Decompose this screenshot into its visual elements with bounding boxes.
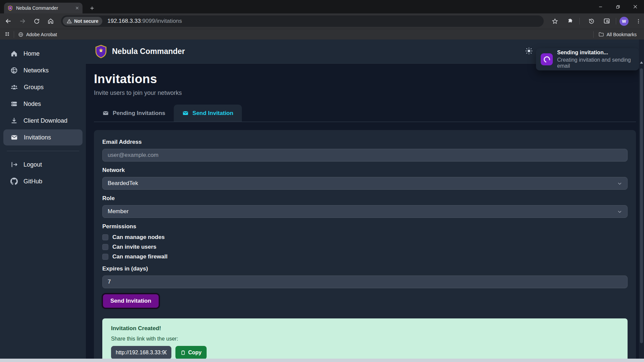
minimize-button[interactable] (592, 0, 609, 13)
checkbox-label: Can manage nodes (112, 234, 165, 241)
scroll-up-arrow-icon[interactable] (640, 61, 643, 65)
email-input[interactable] (102, 149, 628, 162)
sidebar-item-groups[interactable]: Groups (3, 79, 83, 95)
security-label: Not secure (74, 18, 98, 24)
can-invite-users-checkbox[interactable] (102, 244, 108, 250)
bookmark-adobe-acrobat[interactable]: Adobe Acrobat (18, 32, 57, 37)
toolbar-separator (579, 18, 580, 24)
browser-toolbar: Not secure 192.168.3.33:9099/invitations (0, 13, 644, 29)
taskbar-edge (0, 359, 644, 362)
tab-label: Send Invitation (193, 110, 233, 117)
puzzle-icon (567, 18, 574, 24)
sidebar-item-label: Nodes (23, 101, 41, 108)
side-panel-search-icon (603, 18, 610, 24)
reload-button[interactable] (31, 15, 42, 27)
tab-pending-invitations[interactable]: Pending Invitations (94, 105, 174, 122)
tab-close-icon[interactable] (75, 6, 79, 10)
role-selected-value: Member (108, 208, 128, 215)
web-page: Home Networks Groups Nodes Clien (0, 40, 644, 359)
back-icon (5, 18, 12, 24)
can-manage-nodes-checkbox[interactable] (102, 234, 108, 240)
users-icon (10, 83, 18, 91)
url-host: 192.168.3.33 (107, 18, 141, 24)
theme-toggle-button[interactable] (525, 47, 533, 56)
invitation-link-input[interactable] (111, 346, 171, 359)
scrollbar-thumb[interactable] (640, 68, 643, 343)
clipboard-icon (180, 350, 185, 355)
network-group: Network BeardedTek (102, 167, 628, 190)
star-icon (552, 18, 558, 24)
reload-icon (34, 18, 40, 24)
forward-icon (19, 18, 26, 24)
envelope-icon (10, 134, 18, 141)
sidebar-item-label: Networks (23, 67, 49, 74)
network-selected-value: BeardedTek (108, 180, 138, 187)
bookmarks-separator (593, 31, 594, 38)
home-icon (10, 50, 18, 57)
warning-icon (67, 19, 72, 24)
toast-notification[interactable]: Sending invitation... Creating invitatio… (536, 48, 639, 70)
sidebar-item-networks[interactable]: Networks (3, 62, 83, 78)
bookmark-star-button[interactable] (549, 15, 560, 27)
role-select[interactable]: Member (102, 205, 628, 218)
forward-button[interactable] (17, 15, 28, 27)
profile-avatar[interactable]: W (620, 17, 629, 26)
share-link-row: Copy (111, 346, 619, 359)
tab-send-invitation[interactable]: Send Invitation (174, 105, 242, 122)
copy-link-button[interactable]: Copy (175, 346, 207, 359)
checkbox-label: Can manage firewall (112, 253, 167, 260)
toolbar-right: W (546, 15, 644, 27)
all-bookmarks-label: All Bookmarks (607, 32, 637, 37)
github-icon (10, 178, 18, 185)
address-bar[interactable]: Not secure 192.168.3.33:9099/invitations (61, 15, 544, 27)
history-button[interactable] (586, 15, 597, 27)
expires-group: Expires in (days) (102, 265, 628, 288)
kebab-menu-icon (636, 18, 641, 24)
all-bookmarks[interactable]: All Bookmarks (591, 31, 637, 38)
permission-row: Can invite users (102, 243, 628, 251)
back-button[interactable] (3, 15, 14, 27)
minimize-icon (598, 5, 603, 9)
home-button[interactable] (45, 15, 56, 27)
sidebar-item-label: GitHub (23, 178, 42, 185)
chevron-down-icon (617, 181, 622, 186)
apps-grid-button[interactable] (5, 32, 10, 38)
brand-shield-icon (95, 45, 107, 59)
sidebar-item-invitations[interactable]: Invitations (3, 129, 83, 145)
sidebar-item-home[interactable]: Home (3, 46, 83, 62)
toast-title: Sending invitation... (557, 50, 634, 56)
sidebar-item-label: Home (23, 50, 40, 57)
network-select[interactable]: BeardedTek (102, 177, 628, 190)
sidebar-item-client-download[interactable]: Client Download (3, 113, 83, 129)
page-scrollbar[interactable] (639, 40, 644, 359)
security-chip[interactable]: Not secure (63, 17, 102, 25)
close-button[interactable] (627, 0, 644, 13)
download-icon (10, 117, 18, 124)
plus-icon (90, 6, 95, 11)
role-label: Role (102, 195, 628, 202)
favicon-shield-icon (7, 5, 13, 11)
new-tab-button[interactable] (87, 3, 97, 13)
permissions-group: Permissions Can manage nodes Can invite … (102, 223, 628, 261)
toast-spinner-icon (541, 53, 553, 65)
restore-icon (616, 5, 620, 9)
reading-mode-button[interactable] (601, 15, 612, 27)
sidebar-item-logout[interactable]: Logout (3, 157, 83, 173)
browser-tab[interactable]: Nebula Commander (4, 3, 83, 13)
permission-row: Can manage firewall (102, 253, 628, 261)
menu-button[interactable] (633, 15, 644, 27)
bookmark-label: Adobe Acrobat (26, 32, 57, 37)
expires-input[interactable] (102, 276, 628, 288)
network-label: Network (102, 167, 628, 174)
server-icon (10, 100, 18, 108)
main-area: Nebula Commander Invitations Invite user… (86, 40, 644, 359)
send-invitation-button[interactable]: Send Invitation (103, 294, 159, 308)
sidebar-item-github[interactable]: GitHub (3, 173, 83, 189)
maximize-button[interactable] (609, 0, 627, 13)
toast-text: Sending invitation... Creating invitatio… (557, 50, 634, 69)
url-path: :9099/invitations (141, 18, 182, 24)
sidebar-item-label: Groups (24, 84, 44, 91)
sidebar-item-nodes[interactable]: Nodes (3, 96, 83, 112)
extensions-button[interactable] (565, 15, 576, 27)
can-manage-firewall-checkbox[interactable] (102, 254, 108, 260)
